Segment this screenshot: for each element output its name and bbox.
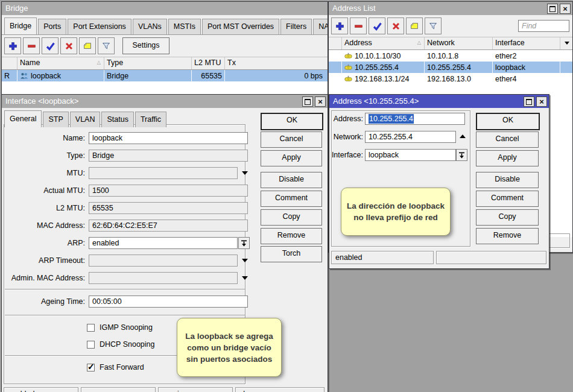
filter-button[interactable] [425,17,442,34]
remove-button[interactable] [23,37,40,54]
tab-filters[interactable]: Filters [280,19,312,34]
sort-ascending-icon: △ [97,60,101,65]
enable-button[interactable] [42,37,59,54]
admin-mac-field[interactable] [89,272,238,284]
apply-button[interactable]: Apply [261,150,322,166]
admin-mac-dropdown-icon[interactable] [242,276,248,280]
loopback-bridge-tooltip: La loopback se agrega como un bridge vac… [177,318,282,377]
arp-timeout-dropdown-icon[interactable] [242,259,248,262]
maximize-icon[interactable] [524,96,534,107]
cancel-button[interactable]: Cancel [261,131,322,148]
l2-mtu-label: L2 MTU: [3,202,85,214]
tab-mstis[interactable]: MSTIs [168,19,201,34]
column-header-interface[interactable]: Interface [493,37,560,49]
comment-button[interactable]: Comment [476,191,539,207]
arp-combo-button[interactable] [238,237,250,249]
close-icon[interactable]: × [315,96,326,107]
fast-forward-checkbox[interactable] [87,364,95,371]
mac-address-field: 62:6D:64:C2:E5:E7 [89,220,248,232]
l2-mtu-field: 65535 [89,202,248,214]
address-table-header: Address△ Network Interface [329,37,572,50]
row-type: Bridge [104,70,192,81]
type-field: Bridge [89,150,248,162]
column-header-type[interactable]: Type [104,57,192,69]
bridge-window-titlebar[interactable]: Bridge [2,2,328,15]
tab-nat[interactable]: NAT [313,19,328,34]
disable-button[interactable] [387,17,404,34]
enable-button[interactable] [369,17,385,34]
maximize-icon[interactable] [547,4,558,14]
arp-field[interactable] [89,237,238,249]
close-icon[interactable]: × [560,4,571,14]
row-flags: R [2,70,17,81]
mtu-dropdown-icon[interactable] [242,171,248,175]
disable-button[interactable]: Disable [261,172,322,188]
apply-button[interactable]: Apply [476,150,539,166]
ok-button[interactable]: OK [476,113,540,130]
arp-timeout-field[interactable] [89,254,238,267]
comment-button[interactable] [79,37,96,54]
mtu-field[interactable] [89,167,238,179]
tab-vlan[interactable]: VLAN [70,112,101,127]
remove-button[interactable] [350,17,367,34]
network-up-arrow-icon[interactable] [460,134,466,138]
column-header-flags[interactable] [329,37,342,49]
maximize-icon[interactable] [302,96,313,107]
column-header-l2mtu[interactable]: L2 MTU [192,57,225,69]
tab-port-mst-overrides[interactable]: Port MST Overrides [202,19,279,34]
ageing-time-field[interactable] [89,296,248,308]
find-input[interactable] [518,20,569,32]
tab-ports[interactable]: Ports [38,19,66,34]
tab-bridge[interactable]: Bridge [4,17,37,34]
cancel-button[interactable]: Cancel [476,131,539,148]
interface-window-titlebar[interactable]: Interface <loopback> × [2,95,328,108]
comment-button[interactable]: Comment [261,191,322,207]
filter-button[interactable] [98,37,115,54]
interface-window: Interface <loopback> × General STP VLAN … [1,94,328,392]
column-header-address[interactable]: Address△ [342,37,425,49]
column-header-flags[interactable] [2,57,17,69]
address-icon [344,75,352,83]
column-header-name[interactable]: Name△ [17,57,104,69]
disable-button[interactable]: Disable [476,172,539,188]
remove-button[interactable]: Remove [261,228,322,244]
interface-field[interactable] [365,149,456,161]
tab-port-extensions[interactable]: Port Extensions [68,19,131,34]
status-segment: enabled [4,387,78,392]
bridge-window-title: Bridge [5,4,28,13]
name-field[interactable] [89,132,248,144]
copy-button[interactable]: Copy [476,209,539,226]
separator [5,289,245,290]
network-field[interactable] [365,131,456,143]
dhcp-snooping-checkbox[interactable] [87,341,95,349]
address-row[interactable]: 10.10.1.10/30 10.10.1.8 ether2 [329,50,572,62]
copy-button[interactable]: Copy [261,209,322,226]
settings-button[interactable]: Settings [122,37,169,54]
address-list-titlebar[interactable]: Address List × [329,2,572,15]
address-row[interactable]: 192.168.13.1/24 192.168.13.0 ether4 [329,73,572,84]
tab-status[interactable]: Status [101,112,133,127]
comment-button[interactable] [406,17,423,34]
column-header-tx[interactable]: Tx [225,57,328,69]
column-header-network[interactable]: Network [425,37,493,49]
address-field[interactable]: 10.255.255.4 [365,113,465,125]
minus-icon [354,22,363,31]
add-button[interactable] [4,37,21,54]
minus-icon [27,42,36,51]
column-selector[interactable] [560,37,572,49]
interface-combo-button[interactable] [456,149,467,161]
igmp-snooping-checkbox[interactable] [87,324,95,332]
tab-traffic[interactable]: Traffic [135,112,166,127]
torch-button[interactable]: Torch [261,246,322,262]
disable-button[interactable] [60,37,77,54]
address-row[interactable]: 10.255.255.4 10.255.255.4 loopback [329,62,572,73]
add-button[interactable] [331,17,348,34]
tab-general[interactable]: General [4,110,42,127]
close-icon[interactable]: × [536,96,547,107]
type-label: Type: [3,150,85,162]
tab-vlans[interactable]: VLANs [133,19,167,34]
tab-stp[interactable]: STP [43,112,68,127]
bridge-table-row[interactable]: R loopback Bridge 65535 0 bps [2,70,328,81]
address-dialog-titlebar[interactable]: Address <10.255.255.4> × [329,95,549,108]
remove-button[interactable]: Remove [476,228,539,244]
